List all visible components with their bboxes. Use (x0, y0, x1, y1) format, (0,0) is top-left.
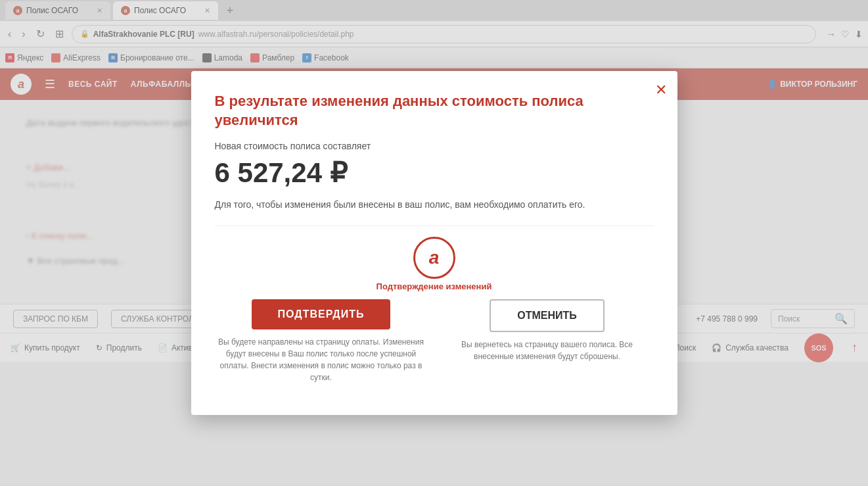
cancel-note: Вы вернетесь на страницу вашего полиса. … (441, 339, 654, 362)
alfa-logo: а (413, 237, 455, 279)
modal-divider (215, 226, 654, 226)
cancel-button[interactable]: ОТМЕНИТЬ (490, 299, 605, 332)
modal-title: В результате изменения данных стоимость … (215, 92, 654, 130)
modal-description: Для того, чтобы изменения были внесены в… (215, 199, 654, 210)
modal-dialog: ✕ В результате изменения данных стоимост… (191, 71, 677, 414)
modal-close-button[interactable]: ✕ (655, 82, 667, 99)
confirm-note: Вы будете направлены на страницу оплаты.… (215, 336, 428, 383)
modal-price: 6 527,24 ₽ (215, 157, 654, 189)
modal-overlay: ✕ В результате изменения данных стоимост… (0, 0, 868, 486)
modal-subtitle: Новая стоимость полиса составляет (215, 141, 654, 151)
modal-logo-area: а (215, 237, 654, 279)
modal-confirm-label: Подтверждение изменений (215, 281, 654, 291)
alfa-logo-letter: а (429, 247, 440, 268)
modal-actions: ПОДТВЕРДИТЬ Вы будете направлены на стра… (215, 299, 654, 383)
confirm-button[interactable]: ПОДТВЕРДИТЬ (252, 299, 391, 329)
